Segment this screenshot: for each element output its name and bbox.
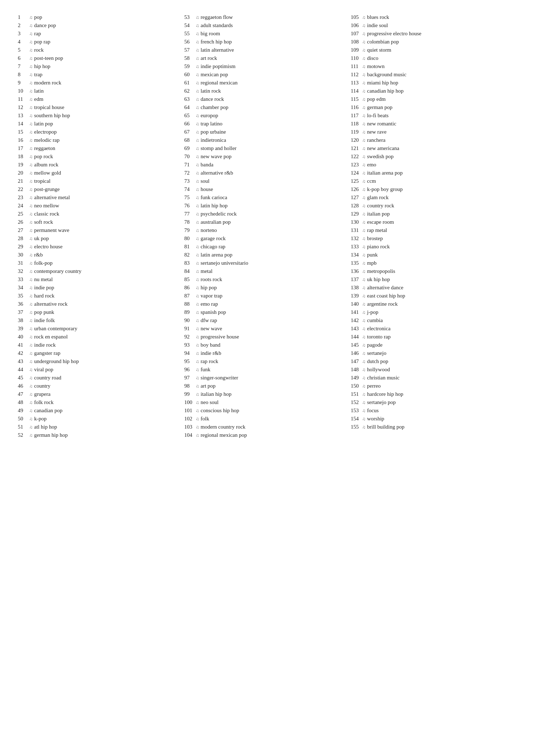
list-item: 51atl hip hop: [18, 424, 177, 430]
list-item: 122swedish pop: [351, 154, 510, 160]
list-item: 14latin pop: [18, 121, 177, 127]
list-item: 140argentine rock: [351, 301, 510, 307]
genre-name: urban contemporary: [34, 326, 77, 332]
list-item: 1pop: [18, 14, 177, 20]
music-note-icon: [196, 326, 199, 332]
column-1: 1pop2dance pop3rap4pop rap5rock6post-tee…: [18, 14, 184, 440]
genre-name: art pop: [201, 383, 216, 389]
list-item: 150perreo: [351, 383, 510, 389]
list-item: 29electro house: [18, 244, 177, 250]
music-note-icon: [196, 39, 199, 45]
genre-name: adult standards: [201, 22, 233, 29]
list-item: 19album rock: [18, 162, 177, 168]
music-note-icon: [196, 154, 199, 160]
music-note-icon: [29, 195, 33, 201]
genre-number: 90: [184, 317, 194, 323]
list-item: 100neo soul: [184, 399, 344, 405]
music-note-icon: [29, 236, 33, 242]
genre-number: 113: [351, 80, 361, 86]
music-note-icon: [29, 310, 33, 315]
list-item: 28uk pop: [18, 235, 177, 242]
list-item: 25classic rock: [18, 211, 177, 217]
genre-name: hip pop: [201, 285, 217, 291]
genre-name: funk: [201, 367, 211, 373]
list-item: 74house: [184, 186, 344, 192]
music-note-icon: [362, 170, 366, 176]
genre-number: 28: [18, 235, 28, 242]
list-item: 141j-pop: [351, 309, 510, 315]
genre-number: 34: [18, 285, 28, 291]
list-item: 63dance rock: [184, 96, 344, 102]
music-note-icon: [362, 383, 366, 389]
list-item: 18pop rock: [18, 154, 177, 160]
genre-number: 87: [184, 293, 194, 299]
list-item: 96funk: [184, 367, 344, 373]
music-note-icon: [362, 203, 366, 209]
music-note-icon: [196, 105, 199, 110]
genre-number: 112: [351, 72, 361, 78]
genre-number: 47: [18, 391, 28, 397]
genre-number: 2: [18, 22, 28, 29]
music-note-icon: [362, 269, 366, 274]
genre-number: 131: [351, 227, 361, 233]
music-note-icon: [29, 301, 33, 307]
genre-number: 106: [351, 22, 361, 29]
genre-name: toronto rap: [367, 334, 391, 340]
list-item: 142cumbia: [351, 317, 510, 323]
music-note-icon: [362, 211, 366, 217]
music-note-icon: [362, 47, 366, 53]
genre-name: indietronica: [201, 137, 226, 143]
music-note-icon: [362, 293, 366, 299]
genre-number: 40: [18, 334, 28, 340]
list-item: 84metal: [184, 268, 344, 274]
list-item: 136metropopolis: [351, 268, 510, 274]
music-note-icon: [29, 88, 33, 94]
genre-number: 117: [351, 113, 361, 119]
genre-name: new rave: [367, 129, 387, 135]
music-note-icon: [362, 367, 366, 373]
list-item: 57latin alternative: [184, 47, 344, 53]
music-note-icon: [29, 416, 33, 422]
music-note-icon: [362, 162, 366, 168]
list-item: 108colombian pop: [351, 39, 510, 45]
genre-number: 124: [351, 170, 361, 176]
genre-name: album rock: [34, 162, 58, 168]
genre-number: 147: [351, 358, 361, 364]
list-item: 115pop edm: [351, 96, 510, 102]
genre-number: 136: [351, 268, 361, 274]
list-item: 16melodic rap: [18, 137, 177, 143]
music-note-icon: [362, 64, 366, 69]
music-note-icon: [196, 433, 199, 438]
list-item: 54adult standards: [184, 22, 344, 29]
genre-name: east coast hip hop: [367, 293, 405, 299]
genre-number: 130: [351, 219, 361, 225]
music-note-icon: [29, 334, 33, 340]
genre-name: r&b: [34, 252, 43, 258]
list-item: 12tropical house: [18, 104, 177, 110]
music-note-icon: [362, 178, 366, 184]
list-item: 23alternative metal: [18, 195, 177, 201]
genre-name: electronica: [367, 326, 391, 332]
genre-name: j-pop: [367, 309, 379, 315]
genre-number: 115: [351, 96, 361, 102]
music-note-icon: [196, 359, 199, 364]
list-item: 144toronto rap: [351, 334, 510, 340]
genre-number: 25: [18, 211, 28, 217]
genre-number: 109: [351, 47, 361, 53]
genre-name: regional mexican: [201, 80, 238, 86]
music-note-icon: [29, 318, 33, 323]
genre-name: permanent wave: [34, 227, 70, 233]
list-item: 17reggaeton: [18, 145, 177, 151]
genre-name: italian arena pop: [367, 170, 403, 176]
genre-number: 73: [184, 178, 194, 184]
genre-number: 89: [184, 309, 194, 315]
genre-name: soul: [201, 178, 210, 184]
music-note-icon: [196, 269, 199, 274]
genre-name: grupera: [34, 391, 51, 397]
music-note-icon: [29, 138, 33, 143]
genre-name: underground hip hop: [34, 358, 79, 364]
genre-name: dutch pop: [367, 358, 389, 364]
genre-name: vapor trap: [201, 293, 222, 299]
music-note-icon: [362, 88, 366, 94]
genre-number: 19: [18, 162, 28, 168]
